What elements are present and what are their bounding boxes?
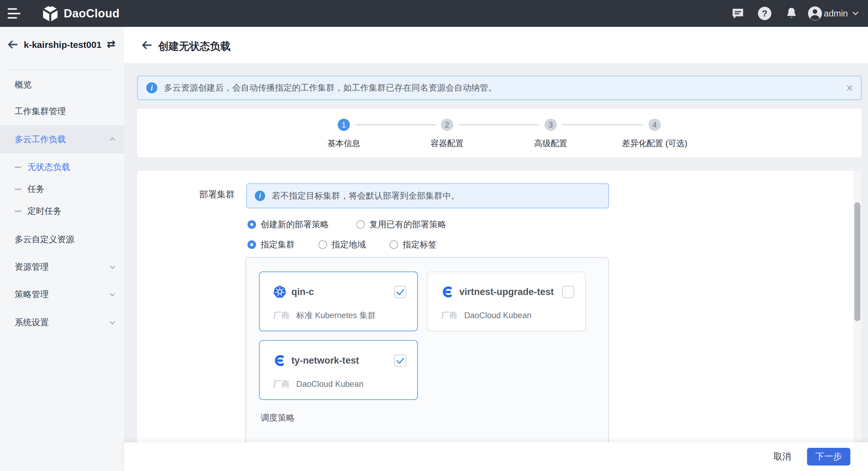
sidebar-item-cronjobs[interactable]: 定时任务 [0,205,124,217]
cluster-name: ty-network-test [291,355,359,366]
step-connector [459,124,539,125]
switch-cluster-icon[interactable]: ⇄ [107,38,116,50]
sidebar-item-stateless-workload[interactable]: 无状态负载 [0,161,124,173]
kubernetes-icon [273,285,286,299]
daocloud-cluster-icon [441,285,455,299]
dash-icon [14,210,21,212]
target-radio-group: 指定集群 指定地域 指定标签 [247,239,437,251]
wizard-stepper: 1 2 3 4 基本信息 容器配置 高级配置 差异化配置 (可选) [137,109,862,157]
radio-unselected-icon [318,240,327,249]
sidebar-back-button[interactable] [7,38,19,51]
banner-close-icon[interactable]: × [846,82,853,94]
vendor-value: 标准 Kubernetes 集群 [296,310,376,321]
step-2-label: 容器配置 [431,138,464,149]
hamburger-menu-icon[interactable] [8,6,21,21]
radio-selected-icon [247,220,256,229]
step-2-circle[interactable]: 2 [441,119,453,131]
info-banner: i 多云资源创建后，会自动传播指定的工作集群，如工作集群已存在同名资源会自动纳管… [137,76,862,100]
cluster-checkbox-unchecked[interactable] [562,286,574,298]
sidebar-item-multicloud-workload[interactable]: 多云工作负载 [0,125,124,153]
radio-unselected-icon [390,240,398,249]
vendor-value: DaoCloud Kubean [464,311,531,320]
cluster-checkbox-checked[interactable] [394,286,406,298]
wizard-footer: 取消 下一步 [124,442,868,471]
radio-reuse-policy[interactable]: 复用已有的部署策略 [356,219,446,230]
bell-icon[interactable] [778,0,805,27]
step-connector [562,124,643,125]
dash-icon [14,167,21,168]
step-4-circle[interactable]: 4 [649,119,661,131]
sidebar-item-resource-mgmt[interactable]: 资源管理 [0,261,124,273]
step-1-label: 基本信息 [327,138,360,149]
radio-unselected-icon [356,220,365,229]
brand-logo[interactable]: DaoCloud [41,0,120,27]
chevron-down-icon [108,318,117,327]
cancel-button[interactable]: 取消 [766,442,799,471]
radio-specify-region[interactable]: 指定地域 [318,239,366,251]
content-area: i 多云资源创建后，会自动传播指定的工作集群，如工作集群已存在同名资源会自动纳管… [124,63,868,442]
deploy-hint: i 若不指定目标集群，将会默认部署到全部集群中。 [246,183,609,208]
sidebar-item-work-cluster-mgmt[interactable]: 工作集群管理 [0,105,124,117]
avatar-icon [807,6,823,21]
sidebar: k-kairship-test001 ⇄ 概览 工作集群管理 多云工作负载 无状… [0,27,124,471]
sidebar-item-overview[interactable]: 概览 [0,79,124,91]
cluster-selection-panel: qin-c 厂商 标准 Kubernetes 集群 [245,257,609,444]
step-3-label: 高级配置 [534,138,567,149]
radio-specify-cluster[interactable]: 指定集群 [247,239,295,251]
help-icon[interactable]: ? [751,0,778,27]
sidebar-item-jobs[interactable]: 任务 [0,183,124,195]
cluster-card-virtnest-upgrade-test[interactable]: virtnest-upgrade-test 厂商 DaoCloud Kubean [427,271,586,331]
step-connector [355,124,436,125]
radio-selected-icon [247,240,256,249]
user-menu[interactable]: admin [805,0,868,27]
page-header: 创建无状态负载 [124,27,868,63]
next-step-button[interactable]: 下一步 [807,448,850,466]
chevron-up-icon [108,135,117,144]
brand-name: DaoCloud [64,7,120,20]
daocloud-cluster-icon [273,354,286,367]
schedule-policy-label: 调度策略 [260,412,295,424]
vendor-value: DaoCloud Kubean [296,380,364,389]
radio-specify-label[interactable]: 指定标签 [390,239,437,251]
chevron-down-icon [108,290,117,299]
page-title: 创建无状态负载 [158,39,231,53]
top-navbar: DaoCloud ? admin [0,0,868,27]
radio-create-new-policy[interactable]: 创建新的部署策略 [247,219,329,230]
hint-text: 若不指定目标集群，将会默认部署到全部集群中。 [272,190,460,202]
step-3-circle[interactable]: 3 [545,119,557,131]
info-icon: i [146,82,157,93]
dash-icon [14,188,21,190]
basic-info-form: 部署集群 i 若不指定目标集群，将会默认部署到全部集群中。 创建新的部署策略 复… [137,171,862,444]
cluster-name: qin-c [291,287,314,297]
step-1-circle[interactable]: 1 [338,119,350,131]
sidebar-item-multicloud-custom-resource[interactable]: 多云自定义资源 [0,233,124,245]
vendor-label: 厂商 [273,310,289,321]
policy-radio-group: 创建新的部署策略 复用已有的部署策略 [247,219,446,230]
deploy-cluster-label: 部署集群 [183,188,235,201]
cluster-checkbox-checked[interactable] [394,354,406,367]
message-icon[interactable] [724,0,751,27]
username: admin [824,8,848,19]
divider [9,69,115,70]
chevron-down-icon [108,263,117,271]
cluster-name: k-kairship-test001 [24,40,101,50]
vendor-label: 厂商 [441,310,458,321]
scrollbar-thumb[interactable] [854,202,860,321]
daocloud-logo-icon [41,4,59,23]
cluster-name: virtnest-upgrade-test [459,287,554,297]
banner-text: 多云资源创建后，会自动传播指定的工作集群，如工作集群已存在同名资源会自动纳管。 [164,82,497,94]
sidebar-item-system-settings[interactable]: 系统设置 [0,316,124,328]
chevron-down-icon [851,9,860,18]
sidebar-item-policy-mgmt[interactable]: 策略管理 [0,288,124,300]
vertical-scrollbar[interactable] [854,171,862,444]
step-4-label: 差异化配置 (可选) [622,138,687,149]
vendor-label: 厂商 [273,379,289,389]
cluster-card-ty-network-test[interactable]: ty-network-test 厂商 DaoCloud Kubean [259,340,418,400]
page-back-button[interactable] [141,39,153,51]
cluster-card-qin-c[interactable]: qin-c 厂商 标准 Kubernetes 集群 [259,271,418,331]
info-icon: i [255,190,265,201]
